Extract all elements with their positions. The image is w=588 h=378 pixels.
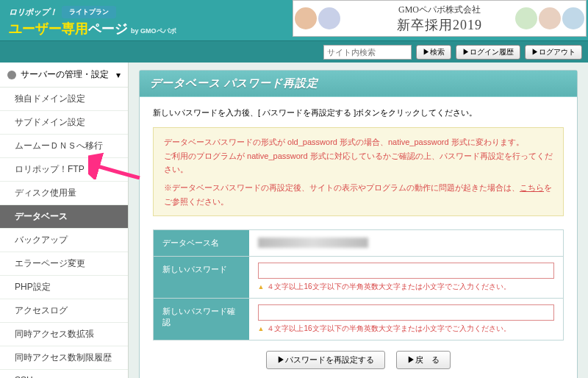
row-label-newpw: 新しいパスワード: [154, 257, 249, 299]
db-name-value: [258, 238, 368, 248]
main-content: データベース パスワード再設定 新しいパスワードを入力後、[ パスワードを再設定…: [129, 63, 588, 378]
plan-badge: ライトプラン: [62, 6, 116, 18]
submit-button[interactable]: ▶パスワードを再設定する: [266, 351, 385, 369]
form-table: データベース名 新しいパスワード ４文字以上16文字以下の半角英数大文字または小…: [153, 229, 564, 340]
button-row: ▶パスワードを再設定する ▶戻 る: [153, 340, 564, 372]
recruit-banner[interactable]: GMOペパボ株式会社 新卒採用2019: [293, 0, 587, 37]
panel-title: データベース パスワード再設定: [140, 71, 577, 97]
panel: データベース パスワード再設定 新しいパスワードを入力後、[ パスワードを再設定…: [139, 70, 578, 378]
header: ロリポップ！ ライトプラン ユーザー専用ページby GMOペパボ GMOペパボ株…: [0, 0, 588, 40]
pw-note-1: ４文字以上16文字以下の半角英数大文字または小文字でご入力ください。: [258, 282, 555, 292]
instruction-text: 新しいパスワードを入力後、[ パスワードを再設定する ]ボタンをクリックしてくだ…: [153, 107, 564, 118]
pw-note-2: ４文字以上16文字以下の半角英数大文字または小文字でご入力ください。: [258, 324, 555, 334]
back-button[interactable]: ▶戻 る: [396, 351, 451, 369]
sidebar-item-5[interactable]: データベース: [0, 205, 128, 229]
sidebar-item-12[interactable]: SSH: [0, 370, 128, 378]
banner-avatars-right: [515, 7, 584, 29]
sidebar-header[interactable]: サーバーの管理・設定 ▾: [0, 63, 128, 88]
banner-avatars-left: [295, 7, 340, 29]
new-password-input[interactable]: [258, 263, 555, 279]
toolbar: ▶検索 ▶ログイン履歴 ▶ログアウト: [0, 40, 588, 63]
row-label-dbname: データベース名: [154, 230, 249, 257]
sidebar-item-10[interactable]: 同時アクセス数拡張: [0, 323, 128, 346]
chevron-down-icon: ▾: [116, 70, 121, 80]
brand-top: ロリポップ！: [9, 7, 57, 18]
login-history-button[interactable]: ▶ログイン履歴: [456, 45, 520, 60]
logo-area: ロリポップ！ ライトプラン ユーザー専用ページby GMOペパボ: [0, 0, 185, 38]
warning-box: データベースパスワードの形式が old_password 形式の場合、nativ…: [153, 127, 564, 216]
sidebar-item-2[interactable]: ムームーＤＮＳへ移行: [0, 135, 128, 158]
brand-main: ユーザー専用ページby GMOペパボ: [9, 20, 176, 38]
sidebar-item-0[interactable]: 独自ドメイン設定: [0, 88, 128, 111]
logout-button[interactable]: ▶ログアウト: [525, 45, 582, 60]
row-label-newpw-confirm: 新しいパスワード確認: [154, 299, 249, 340]
sidebar-item-1[interactable]: サブドメイン設定: [0, 111, 128, 135]
sidebar-item-9[interactable]: アクセスログ: [0, 299, 128, 323]
sidebar: サーバーの管理・設定 ▾ 独自ドメイン設定サブドメイン設定ムームーＤＮＳへ移行ロ…: [0, 63, 129, 378]
sidebar-item-6[interactable]: バックアップ: [0, 229, 128, 252]
banner-text: GMOペパボ株式会社 新卒採用2019: [397, 4, 482, 34]
new-password-confirm-input[interactable]: [258, 304, 555, 321]
search-input[interactable]: [323, 45, 412, 60]
sidebar-item-7[interactable]: エラーページ変更: [0, 252, 128, 276]
sidebar-item-4[interactable]: ディスク使用量: [0, 182, 128, 205]
sidebar-item-11[interactable]: 同時アクセス数制限履歴: [0, 346, 128, 370]
search-button[interactable]: ▶検索: [416, 45, 451, 60]
gear-icon: [7, 71, 16, 79]
warn-link[interactable]: こちら: [520, 183, 544, 192]
sidebar-item-8[interactable]: PHP設定: [0, 276, 128, 299]
sidebar-item-3[interactable]: ロリポップ！FTP: [0, 158, 128, 182]
